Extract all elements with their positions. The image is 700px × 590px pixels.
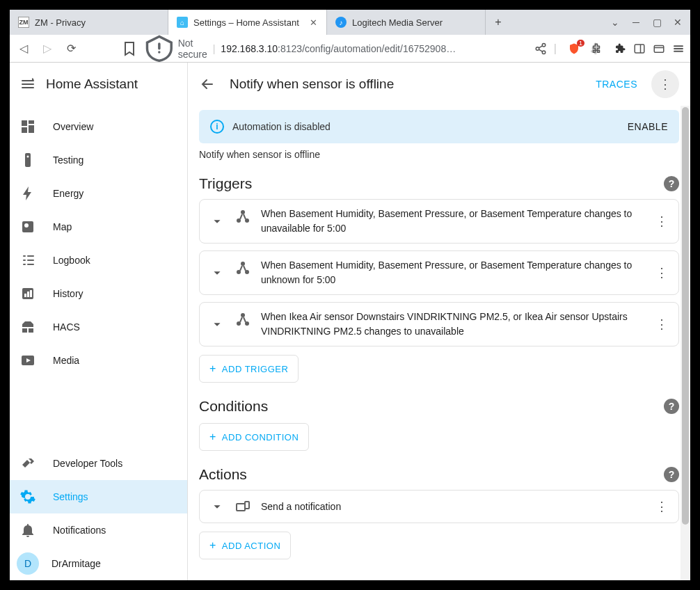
add-condition-button[interactable]: + ADD CONDITION [199, 423, 309, 451]
sidebar-item-label: History [53, 288, 83, 299]
chevron-down-icon[interactable] [209, 214, 225, 229]
svg-point-29 [241, 313, 245, 317]
sidebar: Home Assistant Overview Testing Energy [10, 63, 188, 580]
puzzle-icon[interactable] [614, 42, 626, 55]
sidebar-item-hacs[interactable]: HACS [10, 310, 187, 344]
close-tab-icon[interactable]: ✕ [308, 17, 318, 27]
security-indicator[interactable]: Not secure [145, 34, 207, 63]
svg-rect-9 [25, 153, 31, 167]
lms-favicon: ♪ [335, 17, 347, 28]
sidebar-item-label: Overview [53, 121, 93, 132]
notification-action-icon [234, 499, 251, 516]
overflow-menu-button[interactable]: ⋮ [651, 70, 679, 98]
bolt-icon [19, 185, 36, 202]
add-trigger-button[interactable]: + ADD TRIGGER [199, 355, 299, 383]
sidebar-item-label: Testing [53, 154, 83, 166]
chevron-down-icon[interactable] [209, 265, 225, 280]
svg-rect-30 [237, 504, 245, 511]
sidebar-item-label: Notifications [53, 525, 106, 536]
reload-icon[interactable]: ⟳ [63, 40, 79, 57]
enable-button[interactable]: ENABLE [628, 121, 668, 132]
scrollbar[interactable] [681, 106, 690, 580]
sidebar-item-label: Map [53, 221, 72, 232]
state-trigger-icon [234, 208, 251, 225]
svg-rect-17 [22, 324, 33, 327]
help-icon[interactable]: ? [664, 399, 679, 414]
help-icon[interactable]: ? [664, 176, 679, 191]
plus-icon: + [209, 362, 216, 375]
user-name: DrArmitage [51, 558, 101, 569]
chevron-down-icon[interactable] [209, 499, 225, 514]
forward-icon: ▷ [39, 40, 56, 57]
chevron-down-icon[interactable] [209, 317, 225, 332]
extension-icon[interactable] [590, 42, 603, 55]
sidebar-item-logbook[interactable]: Logbook [10, 244, 187, 277]
sidebar-item-settings[interactable]: Settings [10, 480, 187, 513]
sidebar-item-history[interactable]: History [10, 277, 187, 310]
hammer-icon [19, 455, 36, 472]
sidebar-item-label: HACS [53, 321, 80, 333]
wallet-icon[interactable] [653, 42, 665, 55]
browser-tab[interactable]: ♪ Logitech Media Server [327, 10, 486, 35]
svg-rect-5 [22, 120, 27, 126]
minimize-icon[interactable]: ─ [630, 17, 642, 28]
svg-point-2 [542, 51, 546, 54]
back-icon[interactable]: ◁ [15, 40, 32, 57]
bookmark-icon[interactable] [121, 40, 138, 57]
share-icon[interactable] [534, 42, 547, 55]
back-arrow-icon[interactable] [199, 76, 216, 93]
svg-rect-16 [30, 290, 32, 297]
brave-shield-icon[interactable] [568, 42, 580, 55]
content-area: i Automation is disabled ENABLE Notify w… [188, 106, 690, 580]
help-icon[interactable]: ? [664, 467, 679, 482]
svg-point-10 [27, 156, 29, 158]
sidebar-item-user[interactable]: D DrArmitage [10, 547, 187, 580]
traces-link[interactable]: TRACES [596, 79, 637, 90]
menu-icon[interactable] [672, 42, 685, 55]
browser-tab[interactable]: ⌂ Settings – Home Assistant ✕ [168, 10, 327, 35]
chevron-down-icon[interactable]: ⌄ [610, 17, 621, 28]
card-menu-icon[interactable]: ⋮ [655, 214, 669, 229]
sidebar-item-label: Settings [53, 491, 88, 502]
url-bar[interactable]: Not secure | 192.168.3.10:8123/config/au… [145, 34, 547, 63]
svg-rect-3 [635, 45, 644, 53]
scrollbar-thumb[interactable] [682, 107, 689, 525]
browser-address-bar: ◁ ▷ ⟳ Not secure | 192.168.3.10:8123/con… [10, 35, 690, 63]
maximize-icon[interactable]: ▢ [651, 17, 662, 28]
trigger-description: When Basement Humidity, Basement Pressur… [261, 207, 645, 236]
svg-point-1 [536, 47, 539, 50]
card-menu-icon[interactable]: ⋮ [655, 499, 669, 514]
trigger-card[interactable]: When Basement Humidity, Basement Pressur… [199, 250, 679, 295]
browser-tab[interactable]: ZM ZM - Privacy [10, 10, 168, 35]
card-menu-icon[interactable]: ⋮ [655, 265, 669, 280]
svg-point-12 [24, 223, 29, 228]
sidebar-item-media[interactable]: Media [10, 344, 187, 377]
action-card[interactable]: Send a notification ⋮ [199, 490, 679, 523]
sidebar-item-map[interactable]: Map [10, 210, 187, 244]
sidebar-item-developer-tools[interactable]: Developer Tools [10, 447, 187, 480]
tab-label: ZM - Privacy [35, 17, 159, 28]
map-icon [19, 218, 36, 235]
trigger-description: When Basement Humidity, Basement Pressur… [261, 258, 645, 287]
home-assistant-app: Home Assistant Overview Testing Energy [10, 63, 690, 580]
close-window-icon[interactable]: ✕ [672, 17, 683, 28]
add-action-button[interactable]: + ADD ACTION [199, 532, 291, 559]
sidepanel-icon[interactable] [633, 42, 646, 55]
automation-description: Notify when sensor is offline [199, 149, 679, 160]
sidebar-item-energy[interactable]: Energy [10, 177, 187, 210]
app-title: Home Assistant [46, 77, 138, 92]
sidebar-item-notifications[interactable]: Notifications [10, 513, 187, 547]
sidebar-item-testing[interactable]: Testing [10, 143, 187, 177]
card-menu-icon[interactable]: ⋮ [655, 317, 669, 332]
url-text: 192.168.3.10:8123/config/automation/edit… [221, 43, 529, 54]
svg-rect-15 [27, 292, 29, 297]
section-title: Conditions [199, 398, 664, 415]
main-content: Notify when sensor is offline TRACES ⋮ i… [188, 63, 690, 580]
new-tab-button[interactable]: + [486, 10, 511, 35]
conditions-section-header: Conditions ? [199, 398, 679, 415]
trigger-card[interactable]: When Basement Humidity, Basement Pressur… [199, 199, 679, 244]
sidebar-item-overview[interactable]: Overview [10, 110, 187, 143]
collapse-sidebar-icon[interactable] [19, 76, 36, 93]
trigger-card[interactable]: When Ikea Air sensor Downstairs VINDRIKT… [199, 302, 679, 346]
banner-text: Automation is disabled [232, 121, 619, 132]
